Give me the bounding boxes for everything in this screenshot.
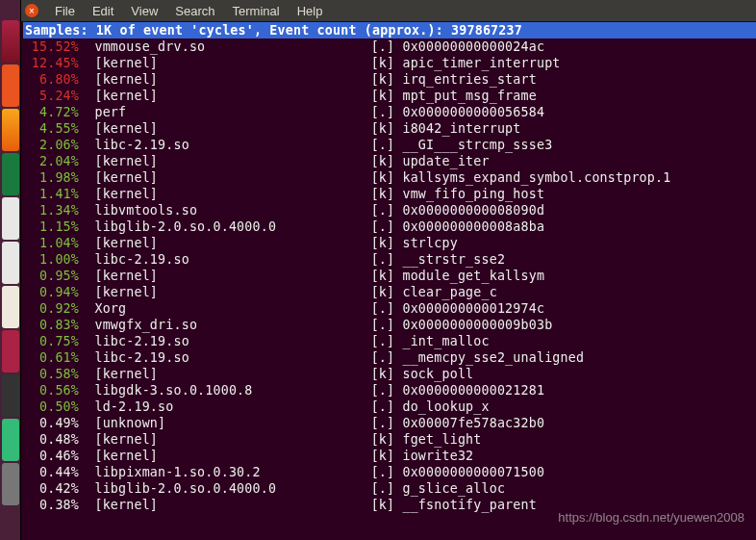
overhead-pct: 0.95% <box>23 268 79 284</box>
symbol-flag: [.] <box>371 137 403 153</box>
overhead-pct: 1.41% <box>23 186 79 202</box>
shared-object: [kernel] <box>94 169 370 186</box>
shared-object: perf <box>94 104 370 120</box>
overhead-pct: 0.83% <box>23 317 79 333</box>
symbol: irq_entries_start <box>402 71 537 88</box>
perf-row[interactable]: 0.75% libc-2.19.so [.] _int_malloc <box>23 333 756 349</box>
symbol: fget_light <box>402 431 481 448</box>
perf-row[interactable]: 0.42% libglib-2.0.so.0.4000.0 [.] g_slic… <box>23 480 756 497</box>
symbol-flag: [.] <box>371 333 403 349</box>
overhead-pct: 12.45% <box>23 55 79 71</box>
launcher-icon[interactable] <box>2 109 19 151</box>
overhead-pct: 15.52% <box>23 39 79 55</box>
main-area: × File Edit View Search Terminal Help Sa… <box>21 0 756 540</box>
perf-row[interactable]: 0.46% [kernel] [k] iowrite32 <box>23 448 756 464</box>
symbol-flag: [k] <box>371 431 403 448</box>
symbol: strlcpy <box>402 235 457 251</box>
perf-row[interactable]: 0.38% [kernel] [k] __fsnotify_parent <box>23 497 756 513</box>
shared-object: [kernel] <box>94 88 370 104</box>
perf-row[interactable]: 1.00% libc-2.19.so [.] __strstr_sse2 <box>23 251 756 268</box>
shared-object: libgdk-3.so.0.1000.8 <box>94 382 370 399</box>
launcher-icon[interactable] <box>2 153 19 195</box>
perf-row[interactable]: 6.80% [kernel] [k] irq_entries_start <box>23 71 756 88</box>
menu-edit[interactable]: Edit <box>84 4 122 18</box>
overhead-pct: 2.04% <box>23 153 79 169</box>
symbol-flag: [k] <box>371 169 403 186</box>
perf-row[interactable]: 2.04% [kernel] [k] update_iter <box>23 153 756 169</box>
launcher-icon[interactable] <box>2 419 19 461</box>
perf-row[interactable]: 1.34% libvmtools.so [.] 0x00000000000809… <box>23 202 756 219</box>
symbol-flag: [.] <box>371 382 403 399</box>
menu-help[interactable]: Help <box>289 4 332 18</box>
overhead-pct: 0.56% <box>23 382 79 399</box>
overhead-pct: 5.24% <box>23 88 79 104</box>
perf-row[interactable]: 0.50% ld-2.19.so [.] do_lookup_x <box>23 399 756 415</box>
perf-row[interactable]: 0.83% vmwgfx_dri.so [.] 0x0000000000009b… <box>23 317 756 333</box>
symbol-flag: [k] <box>371 235 403 251</box>
perf-header: Samples: 1K of event 'cycles', Event cou… <box>23 22 756 39</box>
shared-object: [kernel] <box>94 71 370 88</box>
shared-object: [kernel] <box>94 366 370 382</box>
launcher-icon[interactable] <box>2 374 19 417</box>
perf-row[interactable]: 1.98% [kernel] [k] kallsyms_expand_symbo… <box>23 169 756 186</box>
menu-view[interactable]: View <box>122 4 166 18</box>
symbol-flag: [.] <box>371 300 403 317</box>
launcher-icon[interactable] <box>2 197 19 240</box>
perf-row[interactable]: 0.56% libgdk-3.so.0.1000.8 [.] 0x0000000… <box>23 382 756 399</box>
shared-object: Xorg <box>94 300 370 317</box>
shared-object: libc-2.19.so <box>94 137 370 153</box>
launcher-icon[interactable] <box>2 242 19 284</box>
symbol: do_lookup_x <box>402 399 489 415</box>
symbol-flag: [.] <box>371 251 403 268</box>
launcher-icon[interactable] <box>2 20 19 63</box>
perf-row[interactable]: 0.94% [kernel] [k] clear_page_c <box>23 284 756 300</box>
perf-row[interactable]: 2.06% libc-2.19.so [.] __GI___strcmp_sss… <box>23 137 756 153</box>
symbol: i8042_interrupt <box>402 120 520 137</box>
symbol-flag: [k] <box>371 88 403 104</box>
shared-object: libvmtools.so <box>94 202 370 219</box>
perf-row[interactable]: 0.95% [kernel] [k] module_get_kallsym <box>23 268 756 284</box>
menubar: × File Edit View Search Terminal Help <box>21 0 756 21</box>
perf-row[interactable]: 0.44% libpixman-1.so.0.30.2 [.] 0x000000… <box>23 464 756 480</box>
overhead-pct: 0.38% <box>23 497 79 513</box>
perf-row[interactable]: 1.04% [kernel] [k] strlcpy <box>23 235 756 251</box>
perf-row[interactable]: 4.55% [kernel] [k] i8042_interrupt <box>23 120 756 137</box>
menu-file[interactable]: File <box>46 4 84 18</box>
launcher-icon[interactable] <box>2 330 19 373</box>
symbol: module_get_kallsym <box>402 268 544 284</box>
launcher-icon[interactable] <box>2 286 19 328</box>
symbol-flag: [.] <box>371 415 403 431</box>
shared-object: [kernel] <box>94 448 370 464</box>
launcher-icon[interactable] <box>2 64 19 107</box>
perf-row[interactable]: 15.52% vmmouse_drv.so [.] 0x000000000000… <box>23 39 756 55</box>
perf-row[interactable]: 0.49% [unknown] [.] 0x00007fe578ac32b0 <box>23 415 756 431</box>
perf-row[interactable]: 1.41% [kernel] [k] vmw_fifo_ping_host <box>23 186 756 202</box>
perf-row[interactable]: 0.58% [kernel] [k] sock_poll <box>23 366 756 382</box>
perf-row[interactable]: 12.45% [kernel] [k] apic_timer_interrupt <box>23 55 756 71</box>
menu-search[interactable]: Search <box>166 4 223 18</box>
perf-row[interactable]: 0.48% [kernel] [k] fget_light <box>23 431 756 448</box>
overhead-pct: 0.61% <box>23 349 79 366</box>
close-icon[interactable]: × <box>25 4 38 17</box>
perf-row[interactable]: 4.72% perf [.] 0x0000000000056584 <box>23 104 756 120</box>
perf-row[interactable]: 5.24% [kernel] [k] mpt_put_msg_frame <box>23 88 756 104</box>
overhead-pct: 1.04% <box>23 235 79 251</box>
symbol: update_iter <box>402 153 489 169</box>
overhead-pct: 0.92% <box>23 300 79 317</box>
shared-object: [kernel] <box>94 55 370 71</box>
perf-row[interactable]: 0.92% Xorg [.] 0x000000000012974c <box>23 300 756 317</box>
symbol: vmw_fifo_ping_host <box>402 186 544 202</box>
overhead-pct: 0.48% <box>23 431 79 448</box>
shared-object: [kernel] <box>94 431 370 448</box>
launcher-icon[interactable] <box>2 463 19 505</box>
symbol: 0x000000000008a8ba <box>402 219 544 235</box>
symbol-flag: [.] <box>371 317 403 333</box>
symbol-flag: [.] <box>371 104 403 120</box>
menu-terminal[interactable]: Terminal <box>224 4 289 18</box>
symbol: __GI___strcmp_ssse3 <box>402 137 552 153</box>
terminal-output[interactable]: Samples: 1K of event 'cycles', Event cou… <box>21 21 756 540</box>
overhead-pct: 0.94% <box>23 284 79 300</box>
perf-row[interactable]: 1.15% libglib-2.0.so.0.4000.0 [.] 0x0000… <box>23 219 756 235</box>
symbol: 0x00000000000024ac <box>402 39 544 55</box>
perf-row[interactable]: 0.61% libc-2.19.so [.] __memcpy_sse2_una… <box>23 349 756 366</box>
